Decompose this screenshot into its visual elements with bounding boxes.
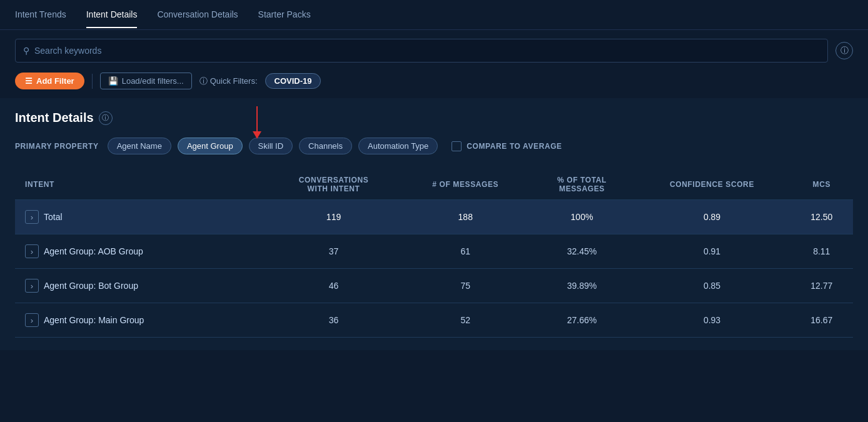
tab-skill-id[interactable]: Skill ID	[249, 138, 293, 154]
row-bot-intent: › Agent Group: Bot Group	[15, 269, 266, 303]
compare-to-average[interactable]: COMPARE TO AVERAGE	[452, 141, 562, 151]
table-row: › Total 119 188 100% 0.89 12.50	[15, 200, 853, 234]
section-header: Intent Details ⓘ	[15, 111, 853, 125]
nav-intent-trends[interactable]: Intent Trends	[15, 2, 66, 28]
tab-agent-group[interactable]: Agent Group	[178, 138, 243, 154]
intent-details-table: INTENT CONVERSATIONSWITH INTENT # OF MES…	[15, 169, 853, 338]
add-filter-button[interactable]: ☰ Add Filter	[15, 73, 84, 89]
expand-aob-button[interactable]: ›	[25, 244, 39, 258]
row-total-conversations: 119	[266, 200, 401, 234]
row-bot-messages: 75	[401, 269, 530, 303]
row-total-intent: › Total	[15, 200, 266, 234]
expand-main-button[interactable]: ›	[25, 313, 39, 327]
nav-conversation-details[interactable]: Conversation Details	[157, 2, 238, 28]
main-content: Intent Details ⓘ PRIMARY PROPERTY Agent …	[0, 98, 868, 350]
table-row: › Agent Group: Main Group 36 52 27.66% 0…	[15, 303, 853, 338]
col-messages: # OF MESSAGES	[401, 169, 530, 200]
row-main-pct: 27.66%	[530, 303, 633, 338]
col-intent: INTENT	[15, 169, 266, 200]
search-input[interactable]	[34, 46, 820, 56]
row-main-conversations: 36	[266, 303, 401, 338]
primary-property-label: PRIMARY PROPERTY	[15, 142, 99, 151]
property-row: PRIMARY PROPERTY Agent Name Agent Group …	[15, 138, 853, 154]
table-row: › Agent Group: Bot Group 46 75 39.89% 0.…	[15, 269, 853, 303]
section-info-icon[interactable]: ⓘ	[99, 111, 113, 125]
nav-intent-details[interactable]: Intent Details	[86, 2, 138, 28]
row-aob-conversations: 37	[266, 234, 401, 269]
filter-list-icon: ☰	[25, 76, 33, 86]
tab-channels[interactable]: Channels	[299, 138, 352, 154]
row-main-intent: › Agent Group: Main Group	[15, 303, 266, 338]
load-edit-button[interactable]: 💾 Load/edit filters...	[100, 73, 192, 89]
top-navigation: Intent Trends Intent Details Conversatio…	[0, 0, 868, 30]
expand-bot-button[interactable]: ›	[25, 279, 39, 293]
row-bot-mcs: 12.77	[790, 269, 853, 303]
search-area: ⚲ ⓘ	[0, 30, 868, 69]
row-main-mcs: 16.67	[790, 303, 853, 338]
row-main-messages: 52	[401, 303, 530, 338]
col-mcs: MCS	[790, 169, 853, 200]
info-icon-small: ⓘ	[199, 76, 208, 87]
row-aob-intent: › Agent Group: AOB Group	[15, 234, 266, 269]
tab-automation-type[interactable]: Automation Type	[358, 138, 438, 154]
row-total-pct: 100%	[530, 200, 633, 234]
col-conversations: CONVERSATIONSWITH INTENT	[266, 169, 401, 200]
row-aob-messages: 61	[401, 234, 530, 269]
filter-bar: ☰ Add Filter 💾 Load/edit filters... ⓘ Qu…	[0, 69, 868, 98]
row-bot-conversations: 46	[266, 269, 401, 303]
arrow-annotation	[253, 106, 261, 139]
col-pct-total: % OF TOTALMESSAGES	[530, 169, 633, 200]
divider	[92, 74, 93, 89]
info-icon[interactable]: ⓘ	[835, 42, 853, 59]
covid-filter-chip[interactable]: COVID-19	[265, 73, 321, 89]
compare-checkbox[interactable]	[452, 141, 462, 151]
table-header: INTENT CONVERSATIONSWITH INTENT # OF MES…	[15, 169, 853, 200]
row-total-messages: 188	[401, 200, 530, 234]
nav-starter-packs[interactable]: Starter Packs	[258, 2, 311, 28]
section-title: Intent Details	[15, 111, 94, 125]
row-bot-pct: 39.89%	[530, 269, 633, 303]
quick-filters-label: ⓘ Quick Filters:	[199, 76, 258, 87]
row-aob-mcs: 8.11	[790, 234, 853, 269]
expand-total-button[interactable]: ›	[25, 210, 39, 224]
arrow-head	[253, 131, 261, 139]
row-aob-pct: 32.45%	[530, 234, 633, 269]
tab-agent-name[interactable]: Agent Name	[108, 138, 171, 154]
row-aob-confidence: 0.91	[634, 234, 790, 269]
row-main-confidence: 0.93	[634, 303, 790, 338]
search-icon: ⚲	[23, 46, 29, 56]
col-confidence: CONFIDENCE SCORE	[634, 169, 790, 200]
table-row: › Agent Group: AOB Group 37 61 32.45% 0.…	[15, 234, 853, 269]
search-wrapper: ⚲	[15, 39, 828, 63]
arrow-line	[256, 106, 258, 131]
row-total-mcs: 12.50	[790, 200, 853, 234]
row-bot-confidence: 0.85	[634, 269, 790, 303]
row-total-confidence: 0.89	[634, 200, 790, 234]
save-icon: 💾	[108, 76, 118, 86]
